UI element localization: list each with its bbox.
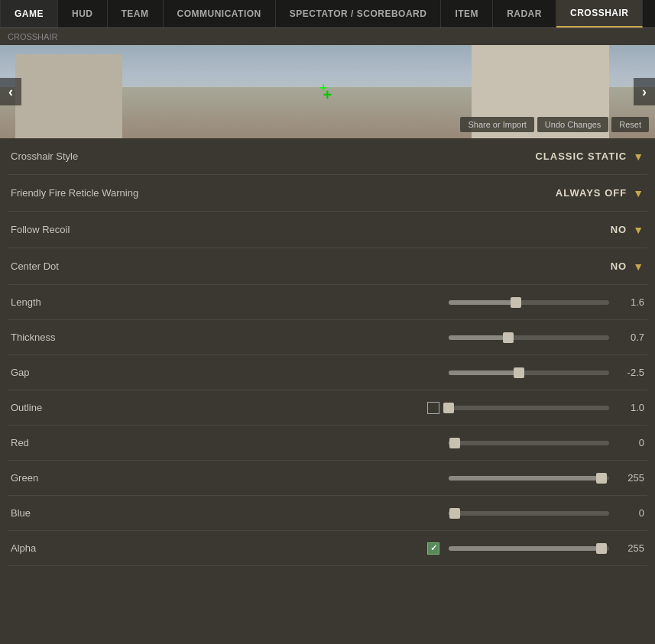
slider-fill-alpha [449,546,601,551]
preview-prev-arrow[interactable]: ‹ [0,78,21,105]
slider-thumb-blue[interactable] [449,508,460,519]
slider-control-alpha: ✓255 [225,542,644,555]
slider-fill-thickness [449,335,508,340]
crosshair-symbol: + [323,87,332,96]
slider-fill-gap [449,371,519,375]
slider-value-length: 1.6 [617,296,644,308]
slider-control-length: 1.6 [225,296,644,308]
slider-label-outline: Outline [11,402,225,413]
slider-control-thickness: 0.7 [225,332,644,343]
slider-label-red: Red [11,437,225,448]
crosshair-style-arrow-icon: ▼ [633,150,644,163]
nav-item-game[interactable]: GAME [0,0,58,28]
slider-value-blue: 0 [617,507,644,519]
slider-label-thickness: Thickness [11,332,225,343]
slider-control-green: 255 [225,472,644,484]
preview-next-arrow[interactable]: › [634,78,655,105]
nav-item-item[interactable]: ITEM [441,0,493,28]
slider-row-thickness: Thickness0.7 [8,320,647,355]
slider-row-alpha: Alpha✓255 [8,531,647,566]
slider-value-red: 0 [617,437,644,448]
slider-row-length: Length1.6 [8,285,647,320]
slider-track-length[interactable] [449,300,609,305]
slider-track-red[interactable] [449,441,609,445]
nav-item-hud[interactable]: HUD [58,0,108,28]
slider-checkbox-area-outline[interactable] [426,402,441,414]
slider-thumb-alpha[interactable] [596,543,607,554]
slider-thumb-red[interactable] [449,438,460,448]
center-dot-label: Center Dot [11,261,225,272]
follow-recoil-label: Follow Recoil [11,224,225,235]
slider-control-outline: 1.0 [225,402,644,414]
ff-reticle-value: ALWAYS OFF [556,187,627,199]
slider-fill-length [449,300,516,305]
slider-checkbox-area-alpha[interactable]: ✓ [426,542,441,555]
follow-recoil-dropdown[interactable]: NO ▼ [611,224,644,236]
slider-track-green[interactable] [449,476,609,481]
slider-value-outline: 1.0 [617,402,644,413]
slider-checkbox-alpha[interactable]: ✓ [427,542,439,555]
crosshair-style-control[interactable]: CLASSIC STATIC ▼ [225,150,644,163]
follow-recoil-control[interactable]: NO ▼ [225,224,644,236]
center-dot-control[interactable]: NO ▼ [225,261,644,273]
slider-thumb-gap[interactable] [514,367,524,378]
ff-reticle-dropdown[interactable]: ALWAYS OFF ▼ [556,187,644,199]
ff-reticle-control[interactable]: ALWAYS OFF ▼ [225,187,644,199]
nav-item-communication[interactable]: COMMUNICATION [164,0,276,28]
nav-bar: GAME HUD TEAM COMMUNICATION SPECTATOR / … [0,0,655,28]
nav-item-crosshair[interactable]: CROSSHAIR [556,0,644,28]
follow-recoil-arrow-icon: ▼ [633,224,644,236]
slider-row-blue: Blue0 [8,496,647,531]
crosshair-style-dropdown[interactable]: CLASSIC STATIC ▼ [535,150,644,163]
slider-fill-green [449,476,601,481]
slider-value-alpha: 255 [617,542,644,554]
crosshair-style-row: Crosshair Style CLASSIC STATIC ▼ [8,138,647,175]
slider-control-red: 0 [225,437,644,448]
nav-item-spectator[interactable]: SPECTATOR / SCOREBOARD [276,0,442,28]
nav-item-team[interactable]: TEAM [108,0,164,28]
slider-value-green: 255 [617,472,644,484]
sliders-container: Length1.6Thickness0.7Gap-2.5Outline1.0Re… [8,285,647,566]
slider-control-gap: -2.5 [225,367,644,378]
slider-thumb-outline[interactable] [443,403,454,413]
center-dot-dropdown[interactable]: NO ▼ [611,261,644,273]
slider-checkbox-outline[interactable] [427,402,439,414]
center-dot-value: NO [611,261,627,272]
share-import-button[interactable]: Share or Import [460,117,533,132]
slider-label-blue: Blue [11,507,225,519]
crosshair-plus: + [323,86,332,103]
slider-row-outline: Outline1.0 [8,390,647,426]
slider-row-green: Green255 [8,461,647,496]
crosshair-style-label: Crosshair Style [11,150,225,162]
slider-label-green: Green [11,472,225,484]
slider-track-outline[interactable] [449,406,609,410]
slider-control-blue: 0 [225,507,644,519]
undo-changes-button[interactable]: Undo Changes [537,117,608,132]
breadcrumb: CROSSHAIR [0,28,655,45]
slider-thumb-green[interactable] [596,473,607,484]
nav-item-radar[interactable]: RADAR [493,0,556,28]
slider-value-thickness: 0.7 [617,332,644,343]
follow-recoil-value: NO [611,224,627,235]
ff-reticle-label: Friendly Fire Reticle Warning [11,187,225,199]
slider-track-thickness[interactable] [449,335,609,340]
slider-value-gap: -2.5 [617,367,644,378]
follow-recoil-row: Follow Recoil NO ▼ [8,212,647,248]
crosshair-style-value: CLASSIC STATIC [535,150,627,162]
preview-actions: Share or Import Undo Changes Reset [460,117,649,132]
slider-thumb-thickness[interactable] [503,332,514,343]
slider-track-alpha[interactable] [449,546,609,551]
slider-label-alpha: Alpha [11,542,225,554]
slider-track-gap[interactable] [449,371,609,375]
slider-row-gap: Gap-2.5 [8,355,647,390]
ff-reticle-row: Friendly Fire Reticle Warning ALWAYS OFF… [8,175,647,212]
scene-building [15,54,122,138]
slider-thumb-length[interactable] [511,297,521,308]
ff-reticle-arrow-icon: ▼ [633,187,644,199]
reset-button[interactable]: Reset [611,117,649,132]
slider-track-blue[interactable] [449,511,609,516]
center-dot-arrow-icon: ▼ [633,261,644,273]
crosshair-preview-container: + ‹ › Share or Import Undo Changes Reset [0,45,655,138]
slider-label-gap: Gap [11,367,225,378]
settings-area: Crosshair Style CLASSIC STATIC ▼ Friendl… [0,138,655,566]
